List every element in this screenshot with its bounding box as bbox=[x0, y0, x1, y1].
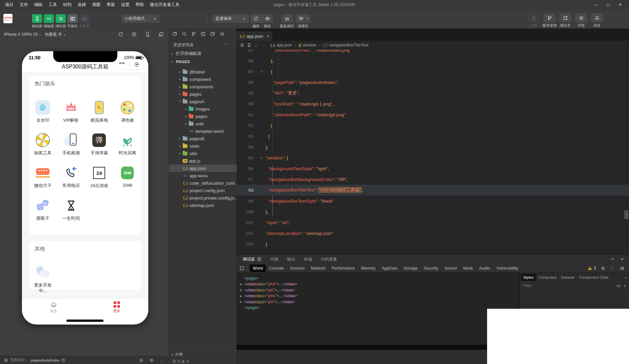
devtools-settings-icon[interactable] bbox=[601, 266, 605, 271]
menu-编辑[interactable]: 编辑 bbox=[31, 0, 46, 9]
code-line-97[interactable]: 97 "navigationBarBackgroundColor": "#fff… bbox=[237, 174, 629, 185]
file-static[interactable]: ▸static bbox=[169, 142, 237, 150]
app-去水印[interactable]: 去水印 bbox=[29, 96, 57, 128]
close-tab-icon[interactable]: × bbox=[267, 34, 269, 39]
cls-button[interactable]: .cls bbox=[615, 284, 621, 288]
devtool-tab-Mock[interactable]: Mock bbox=[460, 265, 476, 272]
file-app.js[interactable]: JSapp.js bbox=[169, 157, 237, 164]
menu-设置[interactable]: 设置 bbox=[118, 0, 132, 9]
bookmark-icon[interactable] bbox=[247, 43, 251, 48]
app-模拟来电[interactable]: 模拟来电 bbox=[85, 96, 114, 128]
file-component[interactable]: ▸component bbox=[169, 75, 237, 83]
kebab-menu-icon[interactable]: ⋮ bbox=[610, 266, 615, 271]
rotate-device-icon[interactable] bbox=[145, 32, 150, 37]
menu-视图[interactable]: 视图 bbox=[89, 0, 103, 9]
split-editor-icon[interactable] bbox=[201, 31, 206, 36]
code-line-92[interactable]: 92 } bbox=[237, 120, 629, 131]
styles-filter-input[interactable] bbox=[522, 283, 612, 289]
app-调色板[interactable]: 调色板 bbox=[113, 96, 142, 128]
more-menu-button[interactable]: ••• bbox=[115, 62, 129, 67]
code-line-96[interactable]: 96 "backgroundTextStyle": "light", bbox=[237, 163, 629, 174]
app-24点游戏[interactable]: 2424点游戏 bbox=[85, 161, 114, 194]
debug-tab-代码质量[interactable]: 代码质量 bbox=[321, 256, 337, 262]
file-components[interactable]: ▸components bbox=[169, 83, 237, 90]
details-button[interactable]: 详情 bbox=[575, 13, 587, 28]
code-line-95[interactable]: 95∨"window": { bbox=[237, 152, 629, 163]
file-project.config.json[interactable]: {..}project.config.json bbox=[169, 187, 237, 194]
code-line-100[interactable]: 100}, bbox=[237, 206, 629, 217]
minimize-button[interactable]: ─ bbox=[590, 2, 602, 7]
theme-icon[interactable] bbox=[219, 31, 224, 36]
wxml-node-5[interactable]: </page> bbox=[240, 305, 519, 311]
code-line-91[interactable]: 91 "selectedIconPath": "./static/gd.png" bbox=[237, 109, 629, 120]
breadcrumb-app.json[interactable]: {..}app.json bbox=[270, 43, 292, 48]
version-control-button[interactable]: 版本管理 bbox=[543, 13, 556, 28]
styles-tab-Styles[interactable]: Styles bbox=[521, 274, 536, 281]
code-area[interactable]: 85 "selectedIconPath": "./static/index.p… bbox=[237, 50, 629, 254]
menu-帮助[interactable]: 帮助 bbox=[132, 0, 147, 9]
visualizer-button[interactable]: 可视化 bbox=[66, 14, 79, 29]
code-line-86[interactable]: 86 }, bbox=[237, 55, 629, 66]
menu-文件[interactable]: 文件 bbox=[17, 0, 31, 9]
app-更多开发中...[interactable]: 更多开发中... bbox=[29, 261, 57, 294]
gear-icon[interactable] bbox=[139, 358, 144, 363]
app-抽奖工具[interactable]: 抽奖工具 bbox=[29, 128, 57, 161]
simulator-button[interactable]: 模拟器 bbox=[31, 14, 43, 29]
tab-更多[interactable]: 更多 bbox=[85, 299, 149, 315]
more-icon[interactable]: … bbox=[160, 358, 164, 363]
app-时光荏苒[interactable]: 时光荏苒 bbox=[113, 128, 142, 161]
git-icon[interactable] bbox=[191, 31, 196, 36]
clear-cache-button[interactable] bbox=[296, 14, 307, 23]
outline-section[interactable]: ▸ 大纲 bbox=[169, 351, 237, 358]
add-style-button[interactable]: + bbox=[624, 283, 626, 289]
outline-list-icon[interactable] bbox=[239, 43, 244, 48]
file-app.json[interactable]: {..}app.json bbox=[169, 164, 237, 172]
debug-tab-输出[interactable]: 输出 bbox=[287, 256, 295, 262]
devtool-tab-Sources[interactable]: Sources bbox=[287, 265, 308, 272]
cloud-dev-button[interactable]: 云开发 bbox=[78, 14, 90, 29]
forward-icon[interactable]: → bbox=[261, 43, 266, 48]
compile-button[interactable] bbox=[250, 14, 262, 23]
file-pagesA[interactable]: ▾pagesA bbox=[169, 98, 237, 105]
code-line-99[interactable]: 99 "navigationBarTextStyle": "black" bbox=[237, 195, 629, 206]
file-@babel[interactable]: ▸@babel bbox=[169, 68, 237, 75]
devtool-tab-Sensor[interactable]: Sensor bbox=[441, 265, 460, 272]
app-掷骰子[interactable]: 掷骰子 bbox=[29, 194, 57, 226]
device-select[interactable]: iPhone X 100% 16 ▾ bbox=[4, 32, 41, 37]
debug-tab-问题[interactable]: 问题 bbox=[270, 256, 278, 262]
debugger-button[interactable]: 调试器 bbox=[55, 14, 67, 29]
search-icon[interactable] bbox=[182, 31, 187, 36]
menu-微信开发者工具[interactable]: 微信开发者工具 bbox=[147, 0, 183, 9]
editor-scrollbar-thumb[interactable] bbox=[624, 210, 628, 219]
code-line-89[interactable]: 89 "text": "更多", bbox=[237, 88, 629, 98]
app-手机检测[interactable]: 手机检测 bbox=[57, 128, 85, 161]
wxml-tree[interactable]: <page>▶<view class="yms">…</view>▶<view … bbox=[237, 273, 519, 345]
code-line-103[interactable]: 103} bbox=[237, 239, 629, 249]
styles-tab-Component Data[interactable]: Component Data bbox=[577, 274, 611, 281]
code-line-87[interactable]: 87∨ { bbox=[237, 66, 629, 77]
dock-icon[interactable] bbox=[620, 266, 624, 271]
detach-window-icon[interactable] bbox=[158, 32, 164, 37]
eye-icon[interactable] bbox=[149, 358, 154, 363]
devtool-tab-Storage[interactable]: Storage bbox=[400, 265, 421, 272]
open-editors-section[interactable]: ▸ 打开的编辑器 bbox=[172, 51, 201, 57]
file-pages[interactable]: ▸pages bbox=[169, 90, 237, 98]
wxml-node-3[interactable]: ▶<view class="yms">…</view> bbox=[240, 293, 519, 299]
remote-debug-button[interactable] bbox=[281, 14, 293, 23]
project-root-section[interactable]: ▾ PAGES bbox=[172, 60, 190, 64]
debug-tab-调试器[interactable]: 调试器3 bbox=[243, 256, 262, 262]
wxml-node-0[interactable]: <page> bbox=[240, 275, 519, 281]
wxml-node-1[interactable]: ▶<view class="yms">…</view> bbox=[240, 281, 519, 287]
close-button[interactable]: × bbox=[614, 2, 626, 8]
problems-status[interactable]: 0 0 bbox=[172, 359, 188, 363]
wxml-node-4[interactable]: ▶<view class="ym">…</view> bbox=[240, 299, 519, 305]
devtool-tab-Audits[interactable]: Audits bbox=[476, 265, 493, 272]
close-panel-icon[interactable]: × bbox=[621, 256, 624, 262]
devtool-tab-Memory[interactable]: Memory bbox=[358, 265, 379, 272]
file-pages[interactable]: ▸pages bbox=[169, 113, 237, 120]
app-一生时间[interactable]: 一生时间 bbox=[57, 194, 85, 226]
file-sitemap.json[interactable]: {..}sitemap.json bbox=[169, 202, 237, 209]
breadcrumb-navigationBarTitleText[interactable]: navigationBarTitleText bbox=[323, 43, 369, 48]
debug-tab-终端[interactable]: 终端 bbox=[304, 256, 312, 262]
wxml-node-2[interactable]: ▶<view class="ym">…</view> bbox=[240, 287, 519, 293]
